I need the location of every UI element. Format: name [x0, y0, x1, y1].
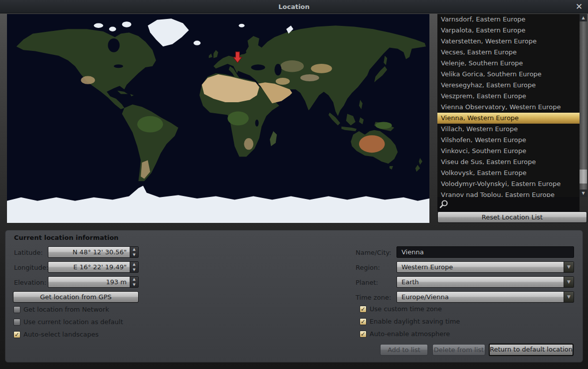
spin-down-icon[interactable]: ▼: [130, 282, 138, 288]
checkbox-checked[interactable]: ✓: [360, 306, 367, 313]
list-item[interactable]: Velenje, Southern Europe: [437, 58, 580, 69]
list-item[interactable]: Velika Gorica, Southern Europe: [437, 69, 580, 80]
checkbox-label: Auto-enable atmosphere: [370, 330, 450, 338]
checkbox-unchecked[interactable]: [13, 306, 20, 313]
checkbox-unchecked[interactable]: [13, 319, 20, 326]
checkbox-row: Use current location as default: [13, 316, 123, 328]
list-item[interactable]: Veszprem, Eastern Europe: [437, 91, 580, 102]
planet-label: Planet:: [356, 279, 378, 286]
region-value: Western Europe: [401, 262, 453, 272]
checkbox-checked[interactable]: ✓: [13, 331, 20, 338]
checkbox-row: ✓Enable daylight saving time: [360, 315, 460, 328]
world-map[interactable]: [7, 14, 429, 223]
dialog-titlebar[interactable]: Location ✕: [0, 0, 588, 13]
delete-from-list-button[interactable]: Delete from list: [432, 344, 485, 356]
elevation-label: Elevation:: [14, 279, 46, 286]
close-icon[interactable]: ✕: [573, 0, 585, 13]
region-label: Region:: [356, 264, 380, 271]
list-item[interactable]: Vilshofen, Western Europe: [437, 135, 580, 146]
list-item[interactable]: Veresegyhaz, Eastern Europe: [437, 80, 580, 91]
latitude-value[interactable]: N 48° 12' 30.56": [48, 247, 130, 257]
spin-down-icon[interactable]: ▼: [130, 252, 138, 258]
return-to-default-location-button[interactable]: Return to default location: [489, 344, 574, 356]
location-search[interactable]: [437, 197, 580, 211]
checkbox-row: ✓Auto-enable atmosphere: [360, 328, 460, 340]
reset-location-list-button[interactable]: Reset Location List: [437, 211, 587, 223]
search-input[interactable]: [450, 197, 580, 211]
location-list-scrollbar[interactable]: ▲ ▼: [580, 14, 587, 197]
location-list[interactable]: Varnsdorf, Eastern EuropeVarpalota, East…: [437, 14, 580, 197]
list-item[interactable]: Vinkovci, Southern Europe: [437, 146, 580, 157]
right-checkbox-group: ✓Use custom time zone✓Enable daylight sa…: [360, 303, 460, 340]
dropdown-arrow-icon[interactable]: ▼: [564, 277, 574, 287]
list-item[interactable]: Villach, Western Europe: [437, 124, 580, 135]
world-map-image: [7, 14, 429, 223]
longitude-spinbox[interactable]: E 16° 22' 19.49" ▲▼: [48, 261, 139, 273]
list-item[interactable]: Vaterstetten, Western Europe: [437, 36, 580, 47]
list-item[interactable]: Vienna, Western Europe: [437, 113, 580, 124]
longitude-label: Longitude:: [14, 264, 48, 271]
latitude-spinbox[interactable]: N 48° 12' 30.56" ▲▼: [48, 246, 139, 258]
scroll-down-icon[interactable]: ▼: [580, 189, 587, 197]
timezone-dropdown[interactable]: Europe/Vienna ▼: [396, 291, 574, 303]
panel-title: Current location information: [14, 234, 119, 241]
longitude-value[interactable]: E 16° 22' 19.49": [48, 262, 130, 272]
search-icon: [439, 199, 450, 210]
timezone-value: Europe/Vienna: [401, 292, 449, 302]
scroll-up-icon[interactable]: ▲: [580, 14, 587, 21]
list-item[interactable]: Varpalota, Eastern Europe: [437, 25, 580, 36]
list-item[interactable]: Volodymyr-Volynskyi, Eastern Europe: [437, 179, 580, 189]
planet-value: Earth: [401, 277, 419, 287]
timezone-label: Time zone:: [356, 294, 391, 301]
list-item[interactable]: Varnsdorf, Eastern Europe: [437, 14, 580, 25]
checkbox-label: Use current location as default: [23, 318, 123, 326]
dialog-title: Location: [0, 0, 588, 13]
latitude-label: Latitude:: [14, 249, 43, 256]
region-dropdown[interactable]: Western Europe ▼: [396, 261, 574, 273]
checkbox-label: Get location from Network: [23, 306, 109, 313]
elevation-spinbox[interactable]: 193 m ▲▼: [48, 276, 139, 288]
name-city-input[interactable]: [397, 247, 574, 257]
list-item[interactable]: Vecses, Eastern Europe: [437, 47, 580, 58]
spin-up-icon[interactable]: ▲: [130, 277, 138, 282]
list-item[interactable]: Vienna Observatory, Western Europe: [437, 102, 580, 113]
get-location-from-gps-button[interactable]: Get location from GPS: [13, 291, 139, 303]
planet-dropdown[interactable]: Earth ▼: [396, 276, 574, 288]
spin-down-icon[interactable]: ▼: [130, 267, 138, 273]
dropdown-arrow-icon[interactable]: ▼: [564, 292, 574, 302]
checkbox-label: Auto-select landscapes: [23, 331, 99, 338]
name-city-label: Name/City:: [356, 249, 392, 256]
checkbox-checked[interactable]: ✓: [360, 318, 367, 325]
list-item[interactable]: Viseu de Sus, Eastern Europe: [437, 157, 580, 168]
list-item[interactable]: Volkovysk, Eastern Europe: [437, 168, 580, 179]
checkbox-row: ✓Use custom time zone: [360, 303, 460, 315]
elevation-value[interactable]: 193 m: [48, 277, 130, 287]
spin-up-icon[interactable]: ▲: [130, 247, 138, 252]
checkbox-label: Enable daylight saving time: [370, 318, 460, 325]
checkbox-label: Use custom time zone: [370, 305, 442, 313]
scrollbar-track[interactable]: [580, 21, 587, 189]
spin-up-icon[interactable]: ▲: [130, 262, 138, 267]
name-city-field[interactable]: [396, 246, 574, 258]
add-to-list-button[interactable]: Add to list: [380, 344, 428, 356]
dropdown-arrow-icon[interactable]: ▼: [564, 262, 574, 272]
list-item[interactable]: Vranov nad Toplou, Eastern Europe: [437, 189, 580, 197]
checkbox-row: Get location from Network: [13, 303, 123, 316]
checkbox-row: ✓Auto-select landscapes: [13, 328, 123, 341]
checkbox-checked[interactable]: ✓: [360, 331, 367, 338]
scrollbar-thumb[interactable]: [580, 170, 587, 184]
left-checkbox-group: Get location from NetworkUse current loc…: [13, 303, 123, 341]
